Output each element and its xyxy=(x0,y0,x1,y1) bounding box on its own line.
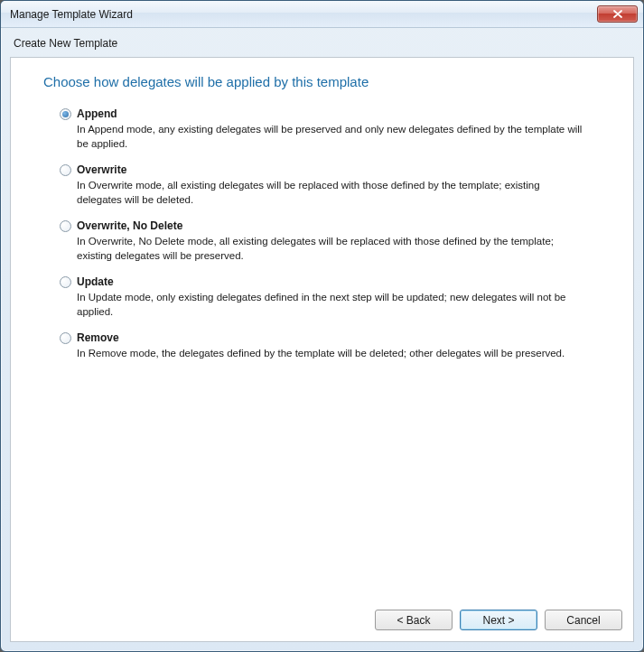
option-remove: Remove In Remove mode, the delegates def… xyxy=(60,331,606,361)
option-label-update[interactable]: Update xyxy=(77,275,114,288)
option-desc-append: In Append mode, any existing delegates w… xyxy=(77,123,583,151)
radio-overwrite-no-delete[interactable] xyxy=(60,220,71,232)
cancel-button[interactable]: Cancel xyxy=(545,610,622,630)
window-title: Manage Template Wizard xyxy=(10,8,597,21)
radio-remove[interactable] xyxy=(60,332,71,344)
option-label-overwrite[interactable]: Overwrite xyxy=(77,163,126,176)
close-button[interactable] xyxy=(597,5,638,23)
option-overwrite-no-delete: Overwrite, No Delete In Overwrite, No De… xyxy=(60,219,606,263)
radio-append[interactable] xyxy=(60,108,71,120)
back-button[interactable]: < Back xyxy=(375,610,453,630)
content-frame: Choose how delegates will be applied by … xyxy=(10,57,634,642)
option-desc-update: In Update mode, only existing delegates … xyxy=(77,291,583,319)
option-overwrite: Overwrite In Overwrite mode, all existin… xyxy=(60,163,606,207)
option-desc-remove: In Remove mode, the delegates defined by… xyxy=(77,347,583,361)
option-label-remove[interactable]: Remove xyxy=(77,331,119,344)
page-heading: Choose how delegates will be applied by … xyxy=(43,74,606,89)
option-desc-overwrite: In Overwrite mode, all existing delegate… xyxy=(77,179,583,207)
wizard-window: Manage Template Wizard Create New Templa… xyxy=(0,0,644,652)
option-label-append[interactable]: Append xyxy=(77,107,117,120)
next-button[interactable]: Next > xyxy=(460,610,537,630)
option-label-overwrite-no-delete[interactable]: Overwrite, No Delete xyxy=(77,219,182,232)
radio-overwrite[interactable] xyxy=(60,164,71,176)
button-bar: < Back Next > Cancel xyxy=(11,601,633,641)
titlebar: Manage Template Wizard xyxy=(1,1,643,28)
close-icon xyxy=(613,10,622,18)
wizard-subtitle: Create New Template xyxy=(1,28,643,57)
radio-update[interactable] xyxy=(60,276,71,288)
option-append: Append In Append mode, any existing dele… xyxy=(60,107,606,151)
option-update: Update In Update mode, only existing del… xyxy=(60,275,606,319)
content-inner: Choose how delegates will be applied by … xyxy=(11,58,633,601)
option-desc-overwrite-no-delete: In Overwrite, No Delete mode, all existi… xyxy=(77,235,583,263)
